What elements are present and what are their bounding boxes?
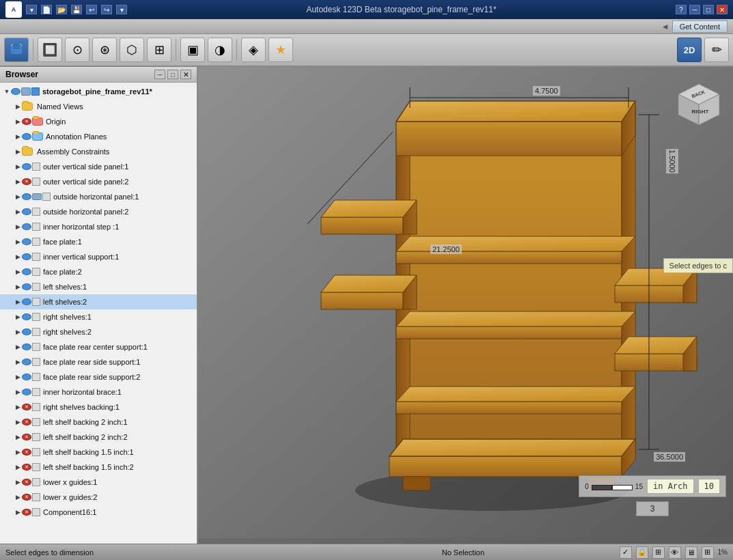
origin-folder-icon <box>32 117 43 126</box>
nav-cube[interactable]: RIGHT BACK <box>672 74 726 128</box>
tree-right-shelves-2[interactable]: ▶ right shelves:2 <box>0 324 197 339</box>
outer-vert-2-box-icon <box>32 178 40 186</box>
star-btn[interactable]: ★ <box>268 38 293 62</box>
tree-annotation-planes[interactable]: ▶ Annotation Planes <box>0 129 197 144</box>
front-view-btn[interactable]: 🔲 <box>38 38 62 62</box>
tree-origin[interactable]: ▶ Origin <box>0 114 197 129</box>
tree-left-shelf-backing-15inch-2[interactable]: ▶ left shelf backing 1.5 inch:2 <box>0 460 197 475</box>
browser-close-btn[interactable]: ✕ <box>180 70 191 79</box>
tree-inner-horiz-brace[interactable]: ▶ inner horizontal brace:1 <box>0 384 197 400</box>
right-shelves-2-label: right shelves:2 <box>43 328 92 336</box>
sketch-btn[interactable]: ✏ <box>704 38 729 62</box>
title-menu-btn[interactable]: ▾ <box>26 5 37 14</box>
left-shelf-backing-15inch-1-box-icon <box>32 448 40 456</box>
tree-root-node[interactable]: ▼ storagebot_pine_frame_rev11* <box>0 84 197 99</box>
title-arrow-btn[interactable]: ▾ <box>116 5 127 14</box>
status-eye-btn[interactable]: 👁 <box>669 546 681 559</box>
status-check-btn[interactable]: ✓ <box>620 546 632 559</box>
left-shelf-backing-2inch-2-eye-icon <box>22 434 31 440</box>
tree-lower-x-guides-1[interactable]: ▶ lower x guides:1 <box>0 475 197 490</box>
tree-right-shelves-1[interactable]: ▶ right shelves:1 <box>0 309 197 324</box>
left-shelf-backing-15inch-2-icons <box>22 463 40 471</box>
tree-face-plate-rear-side-1[interactable]: ▶ face plate rear side support:1 <box>0 354 197 369</box>
face-plate-rear-side-1-box-icon <box>32 358 40 366</box>
face-plate-2-arrow: ▶ <box>14 268 22 276</box>
face-plate-1-icons <box>22 238 40 246</box>
constrained-orbit-btn[interactable]: ⊛ <box>92 38 117 62</box>
lower-x-guides-1-eye-icon <box>22 479 31 486</box>
maximize-btn[interactable]: □ <box>703 5 714 14</box>
tree-named-views[interactable]: ▶ Named Views <box>0 99 197 114</box>
origin-icons <box>22 117 43 126</box>
pan-btn[interactable]: ⊞ <box>147 38 171 62</box>
close-btn[interactable]: ✕ <box>717 5 728 14</box>
annotation-planes-arrow: ▶ <box>14 132 22 141</box>
tree-left-shelves-2[interactable]: ▶ left shelves:2 <box>0 294 197 309</box>
minimize-btn[interactable]: ─ <box>689 5 700 14</box>
status-layers-btn[interactable]: ⊞ <box>652 546 665 559</box>
right-shelves-1-eye-icon <box>22 313 31 320</box>
inner-horiz-brace-label: inner horizontal brace:1 <box>43 388 122 396</box>
title-undo-btn[interactable]: ↩ <box>86 5 97 14</box>
inner-vert-support-box-icon <box>32 253 40 261</box>
outside-horiz-1-arrow: ▶ <box>14 193 22 201</box>
zoom-btn[interactable]: ⬡ <box>120 38 144 62</box>
svg-rect-36 <box>403 477 430 490</box>
svg-marker-25 <box>615 337 697 354</box>
browser-restore-btn[interactable]: □ <box>167 70 178 79</box>
right-shelves-1-label: right shelves:1 <box>43 313 92 321</box>
left-shelf-backing-2inch-1-box-icon <box>32 418 40 426</box>
tree-outer-vert-1[interactable]: ▶ outer vertical side panel:1 <box>0 159 197 174</box>
tree-component16-1[interactable]: ▶ Component16:1 <box>0 505 197 520</box>
tree-outside-horiz-1[interactable]: ▶ outside horizontal panel:1 <box>0 189 197 204</box>
svg-rect-12 <box>396 122 622 156</box>
scale-value-10: 10 <box>698 479 720 494</box>
tree-face-plate-2[interactable]: ▶ face plate:2 <box>0 264 197 279</box>
title-new-btn[interactable]: 📄 <box>41 5 52 14</box>
toolbar-sep-3 <box>236 39 237 61</box>
tree-left-shelf-backing-15inch-1[interactable]: ▶ left shelf backing 1.5 inch:1 <box>0 445 197 460</box>
toolbar: 🔲 ⊙ ⊛ ⬡ ⊞ ▣ ◑ ◈ ★ 2D ✏ <box>0 34 733 67</box>
tree-face-plate-1[interactable]: ▶ face plate:1 <box>0 234 197 249</box>
outside-horiz-2-arrow: ▶ <box>14 208 22 216</box>
left-shelves-1-box-icon <box>32 283 40 291</box>
help-btn[interactable]: ? <box>676 5 687 14</box>
tree-right-shelves-backing[interactable]: ▶ right shelves backing:1 <box>0 400 197 415</box>
free-orbit-btn[interactable]: ⊙ <box>65 38 89 62</box>
tree-inner-horiz-step[interactable]: ▶ inner horizontal step :1 <box>0 219 197 234</box>
browser-minimize-btn[interactable]: ─ <box>154 70 165 79</box>
viewport[interactable]: 4.7500 1.5000 36.5000 21.2500 Select edg… <box>198 67 733 544</box>
tree-left-shelf-backing-2inch-2[interactable]: ▶ left shelf backing 2 inch:2 <box>0 430 197 445</box>
status-lock-btn[interactable]: 🔒 <box>636 546 648 559</box>
tree-inner-vert-support[interactable]: ▶ inner vertical support:1 <box>0 249 197 264</box>
inner-horiz-step-box-icon <box>32 223 40 231</box>
2d-btn[interactable]: 2D <box>677 38 702 62</box>
tree-lower-x-guides-2[interactable]: ▶ lower x guides:2 <box>0 490 197 505</box>
shading-btn[interactable]: ◈ <box>241 38 266 62</box>
tree-outer-vert-2[interactable]: ▶ outer vertical side panel:2 <box>0 174 197 189</box>
tree-face-plate-rear-center[interactable]: ▶ face plate rear center support:1 <box>0 339 197 354</box>
tree-outside-horiz-2[interactable]: ▶ outside horizontal panel:2 <box>0 204 197 219</box>
outside-horiz-1-eye-icon <box>22 193 31 200</box>
tree-assembly-constraints[interactable]: ▶ Assembly Constraints <box>0 144 197 159</box>
right-shelves-backing-box-icon <box>32 403 40 411</box>
tree-face-plate-rear-side-2[interactable]: ▶ face plate rear side support:2 <box>0 369 197 384</box>
outer-vert-1-arrow: ▶ <box>14 163 22 171</box>
tree-left-shelf-backing-2inch-1[interactable]: ▶ left shelf backing 2 inch:1 <box>0 415 197 430</box>
face-plate-rear-center-box-icon <box>32 343 40 351</box>
title-redo-btn[interactable]: ↪ <box>101 5 112 14</box>
fit-btn[interactable]: ▣ <box>180 38 205 62</box>
left-shelf-backing-2inch-1-eye-icon <box>22 419 31 425</box>
view-cube-btn[interactable]: ◑ <box>208 38 232 62</box>
title-open-btn[interactable]: 📂 <box>56 5 67 14</box>
dim-side: 21.2500 <box>430 244 462 254</box>
title-save-btn[interactable]: 💾 <box>71 5 82 14</box>
status-monitor-btn[interactable]: 🖥 <box>685 546 697 559</box>
outer-vert-2-arrow: ▶ <box>14 178 22 186</box>
get-content-button[interactable]: Get Content <box>672 20 728 33</box>
status-grid-btn[interactable]: ⊞ <box>702 546 714 559</box>
left-shelves-2-eye-icon <box>22 298 31 305</box>
3d-view-btn[interactable] <box>4 38 29 62</box>
tree-left-shelves-1[interactable]: ▶ left shelves:1 <box>0 279 197 294</box>
svg-marker-16 <box>321 200 417 217</box>
